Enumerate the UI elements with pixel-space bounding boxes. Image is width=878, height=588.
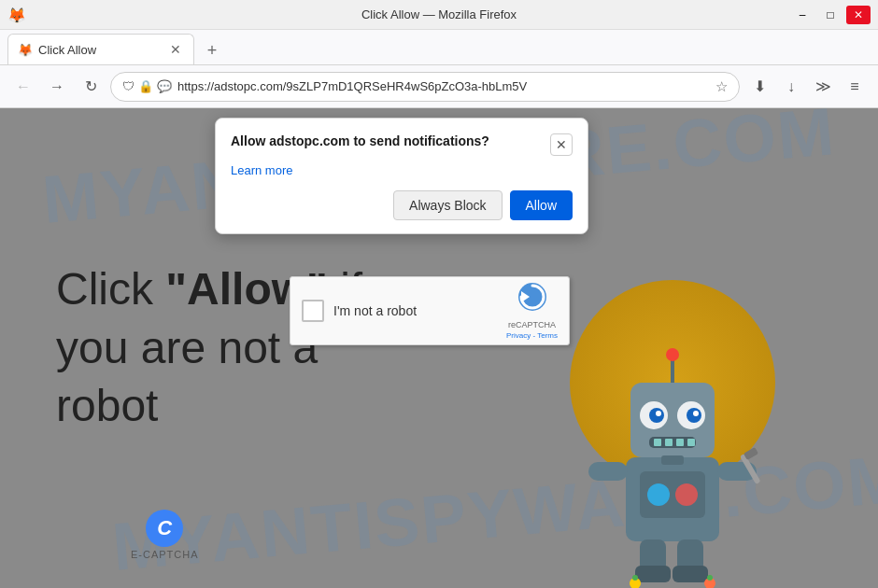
svg-rect-14 bbox=[687, 439, 695, 446]
svg-rect-15 bbox=[661, 455, 684, 465]
svg-rect-19 bbox=[588, 462, 628, 481]
learn-more-link[interactable]: Learn more bbox=[231, 163, 573, 177]
popup-close-button[interactable]: ✕ bbox=[550, 133, 573, 156]
recaptcha-widget: I'm not a robot reCAPTCHA Privacy - Term… bbox=[290, 276, 570, 345]
lock-icon: 🔒 bbox=[138, 79, 153, 93]
popup-header: Allow adstopc.com to send notifications?… bbox=[231, 133, 573, 156]
titlebar: 🦊 Click Allow — Mozilla Firefox – □ ✕ bbox=[0, 0, 878, 30]
firefox-logo-icon: 🦊 bbox=[7, 7, 24, 23]
tab-favicon-icon: 🦊 bbox=[18, 42, 33, 57]
svg-point-17 bbox=[647, 483, 670, 506]
recaptcha-privacy-link[interactable]: Privacy bbox=[506, 331, 531, 340]
svg-rect-13 bbox=[676, 439, 684, 446]
recaptcha-icon bbox=[517, 282, 547, 318]
titlebar-title: Click Allow — Mozilla Firefox bbox=[361, 7, 517, 21]
url-bar[interactable]: 🛡 🔒 💬 https://adstopc.com/9sZLP7mD1QRSeH… bbox=[110, 72, 740, 102]
recaptcha-label: I'm not a robot bbox=[333, 303, 497, 318]
more-tools-button[interactable]: ≫ bbox=[809, 73, 837, 101]
ecaptcha-label: E-CAPTCHA bbox=[131, 549, 199, 560]
titlebar-left: 🦊 bbox=[7, 7, 24, 23]
tab-label: Click Allow bbox=[38, 43, 96, 57]
recaptcha-checkbox[interactable] bbox=[302, 300, 324, 322]
robot-area bbox=[542, 271, 803, 588]
allow-button[interactable]: Allow bbox=[510, 190, 573, 220]
ecaptcha-logo-area: C E-CAPTCHA bbox=[131, 510, 199, 560]
bookmark-star-icon[interactable]: ☆ bbox=[715, 78, 728, 95]
svg-rect-25 bbox=[635, 566, 671, 582]
always-block-button[interactable]: Always Block bbox=[393, 190, 502, 220]
active-tab[interactable]: 🦊 Click Allow ✕ bbox=[7, 34, 194, 64]
ecaptcha-letter: C bbox=[157, 516, 172, 540]
download-button[interactable]: ↓ bbox=[777, 73, 805, 101]
svg-rect-11 bbox=[654, 439, 661, 446]
message-icon: 💬 bbox=[157, 79, 172, 93]
notification-popup: Allow adstopc.com to send notifications?… bbox=[215, 118, 588, 234]
recaptcha-logo-area: reCAPTCHA Privacy - Terms bbox=[506, 282, 558, 340]
content-area: MYANTISPYWARE.COM MYANTISPYWARE.COM Clic… bbox=[0, 108, 878, 588]
svg-point-8 bbox=[656, 411, 661, 416]
robot-illustration bbox=[560, 308, 785, 588]
minimize-button[interactable]: – bbox=[790, 6, 814, 24]
svg-rect-12 bbox=[665, 439, 673, 446]
svg-rect-26 bbox=[673, 566, 708, 582]
menu-button[interactable]: ≡ bbox=[841, 73, 869, 101]
pocket-button[interactable]: ⬇ bbox=[745, 73, 773, 101]
tab-close-button[interactable]: ✕ bbox=[167, 41, 184, 58]
url-security-icons: 🛡 🔒 💬 bbox=[122, 79, 172, 93]
svg-point-18 bbox=[675, 483, 698, 506]
maximize-button[interactable]: □ bbox=[818, 6, 843, 24]
new-tab-button[interactable]: + bbox=[198, 36, 226, 64]
reload-button[interactable]: ↻ bbox=[77, 73, 105, 101]
shield-icon: 🛡 bbox=[122, 79, 135, 93]
ecaptcha-logo-icon: C bbox=[146, 510, 183, 547]
back-button[interactable]: ← bbox=[9, 73, 37, 101]
recaptcha-terms-link[interactable]: Terms bbox=[537, 331, 558, 340]
close-button[interactable]: ✕ bbox=[846, 6, 871, 24]
forward-button[interactable]: → bbox=[43, 73, 71, 101]
svg-point-29 bbox=[632, 575, 638, 581]
svg-point-9 bbox=[693, 411, 699, 416]
navbar: ← → ↻ 🛡 🔒 💬 https://adstopc.com/9sZLP7mD… bbox=[0, 65, 878, 108]
main-text-line3: robot bbox=[56, 377, 362, 435]
titlebar-controls: – □ ✕ bbox=[790, 6, 871, 24]
svg-point-3 bbox=[666, 348, 679, 361]
robot-text: robot bbox=[56, 381, 158, 430]
tabbar: 🦊 Click Allow ✕ + bbox=[0, 30, 878, 65]
svg-point-30 bbox=[707, 575, 713, 581]
recaptcha-brand-label: reCAPTCHA bbox=[508, 320, 556, 329]
url-text: https://adstopc.com/9sZLP7mD1QRSeHR4wS6p… bbox=[177, 79, 710, 93]
navbar-right: ⬇ ↓ ≫ ≡ bbox=[745, 73, 869, 101]
popup-buttons: Always Block Allow bbox=[231, 190, 573, 220]
popup-title: Allow adstopc.com to send notifications? bbox=[231, 133, 550, 148]
recaptcha-links: Privacy - Terms bbox=[506, 331, 558, 340]
